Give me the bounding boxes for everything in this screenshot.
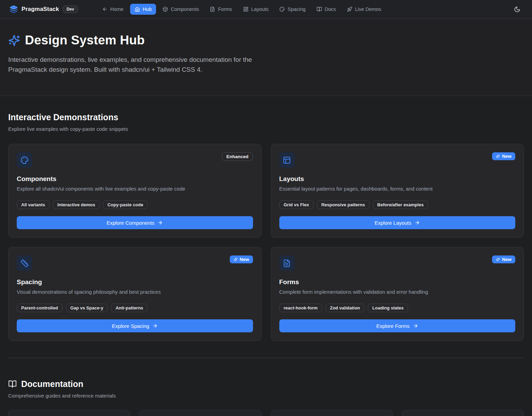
demo-card-header: New <box>279 152 516 168</box>
arrow-right-icon <box>157 220 163 225</box>
demo-card-description: Complete form implementations with valid… <box>279 289 516 295</box>
demo-card-forms: New Forms Complete form implementations … <box>271 247 524 341</box>
page-title-text: Design System Hub <box>25 33 145 47</box>
nav-item-live-demos[interactable]: Live Demos <box>342 4 386 15</box>
book-open-icon <box>8 380 17 388</box>
card-badge-label: New <box>240 257 249 262</box>
arrow-right-icon <box>415 220 420 225</box>
sparkles-icon <box>8 34 20 46</box>
demo-card-tags: All variantsInteractive demosCopy-paste … <box>17 200 253 209</box>
file-text-icon <box>279 255 295 271</box>
nav-item-label: Live Demos <box>355 6 381 12</box>
card-badge: New <box>492 255 515 263</box>
explore-layouts-button[interactable]: Explore Layouts <box>279 216 516 229</box>
doc-card-complete-documentation[interactable]: Complete Documentation Full design syste… <box>139 410 262 416</box>
card-badge: New <box>230 255 253 263</box>
doc-card-quick-reference[interactable]: Quick Reference Cheat sheet for lookups <box>402 410 524 416</box>
explore-button-label: Explore Components <box>107 220 154 226</box>
page-title: Design System Hub <box>8 33 524 47</box>
brand-name: PragmaStack <box>22 6 59 13</box>
demo-card-tags: Parent-controlledGap vs Space-yAnti-patt… <box>17 304 253 312</box>
nav-menu: HomeHubComponentsFormsLayoutsSpacingDocs… <box>98 4 386 15</box>
card-badge-label: New <box>502 154 512 159</box>
tag-loading-states: Loading states <box>368 304 408 312</box>
brand[interactable]: PragmaStack Dev <box>10 5 78 13</box>
tag-react-hook-form: react-hook-form <box>279 304 322 312</box>
nav-item-layouts[interactable]: Layouts <box>239 4 273 15</box>
file-text-icon <box>210 6 215 12</box>
demos-subheading: Explore live examples with copy-paste co… <box>8 126 524 132</box>
doc-card-grid: Quick Start 5-minute crash course Comple… <box>8 410 524 416</box>
rocket-icon <box>347 6 352 12</box>
demo-card-title: Forms <box>279 278 516 286</box>
nav-item-label: Docs <box>325 6 336 12</box>
tag-before-after-examples: Before/after examples <box>373 200 428 209</box>
sparkles-icon <box>496 258 500 262</box>
demo-card-header: Enhanced <box>17 152 253 168</box>
nav-item-label: Components <box>171 6 199 12</box>
explore-button-label: Explore Layouts <box>375 220 411 226</box>
demo-card-title: Layouts <box>279 175 516 183</box>
tag-responsive-patterns: Responsive patterns <box>317 200 369 209</box>
nav-item-home[interactable]: Home <box>98 4 128 15</box>
tag-grid-vs-flex: Grid vs Flex <box>279 200 313 209</box>
explore-button-label: Explore Spacing <box>112 323 149 329</box>
nav-item-label: Hub <box>143 6 152 12</box>
arrow-right-icon <box>413 323 418 329</box>
tag-interactive-demos: Interactive demos <box>53 200 100 209</box>
explore-spacing-button[interactable]: Explore Spacing <box>17 319 253 332</box>
nav-item-forms[interactable]: Forms <box>205 4 236 15</box>
arrow-left-icon <box>102 6 108 12</box>
section-divider <box>8 358 524 358</box>
layout-dashboard-icon <box>243 6 249 12</box>
demo-card-grid: Enhanced Components Explore all shadcn/u… <box>8 144 524 341</box>
package-icon <box>163 6 168 12</box>
documentation-heading: Documentation <box>8 379 524 389</box>
nav-item-label: Forms <box>218 6 232 12</box>
tag-zod-validation: Zod validation <box>325 304 364 312</box>
palette-icon <box>17 152 32 168</box>
demo-card-header: New <box>279 255 516 271</box>
ruler-icon <box>17 255 32 271</box>
documentation-section: Documentation Comprehensive guides and r… <box>8 379 524 416</box>
moon-icon <box>514 6 520 13</box>
demo-card-description: Essential layout patterns for pages, das… <box>279 186 516 192</box>
nav-item-label: Home <box>110 6 124 12</box>
nav-item-components[interactable]: Components <box>158 4 203 15</box>
tag-anti-patterns: Anti-patterns <box>111 304 148 312</box>
demo-card-tags: Grid vs FlexResponsive patternsBefore/af… <box>279 200 516 209</box>
tag-all-variants: All variants <box>17 200 50 209</box>
explore-forms-button[interactable]: Explore Forms <box>279 319 516 332</box>
layers-icon <box>10 5 18 13</box>
nav-item-hub[interactable]: Hub <box>130 4 156 15</box>
palette-icon <box>279 6 285 12</box>
home-icon <box>135 6 140 12</box>
explore-button-label: Explore Forms <box>376 323 410 329</box>
navbar: PragmaStack Dev HomeHubComponentsFormsLa… <box>0 0 532 19</box>
main-content: Interactive Demonstrations Explore live … <box>0 96 532 416</box>
demo-card-title: Components <box>17 175 253 183</box>
card-badge: New <box>492 152 515 160</box>
demo-card-header: New <box>17 255 253 271</box>
demo-card-components: Enhanced Components Explore all shadcn/u… <box>8 144 262 238</box>
explore-components-button[interactable]: Explore Components <box>17 216 253 229</box>
theme-toggle-button[interactable] <box>512 4 522 15</box>
nav-item-label: Layouts <box>251 6 269 12</box>
card-badge: Enhanced <box>222 152 253 161</box>
doc-card-quick-start[interactable]: Quick Start 5-minute crash course <box>8 410 130 416</box>
page-subtitle: Interactive demonstrations, live example… <box>8 55 268 74</box>
nav-item-docs[interactable]: Docs <box>312 4 340 15</box>
nav-item-spacing[interactable]: Spacing <box>275 4 310 15</box>
arrow-right-icon <box>152 323 158 329</box>
documentation-heading-text: Documentation <box>21 379 83 389</box>
demo-card-tags: react-hook-formZod validationLoading sta… <box>279 304 516 312</box>
demo-card-layouts: New Layouts Essential layout patterns fo… <box>271 144 524 238</box>
doc-card-ai-guidelines[interactable]: AI Guidelines Rules for AI code generati… <box>270 410 393 416</box>
documentation-subheading: Comprehensive guides and reference mater… <box>8 393 524 399</box>
sparkles-icon <box>234 258 238 262</box>
tag-parent-controlled: Parent-controlled <box>17 304 62 312</box>
tag-copy-paste-code: Copy-paste code <box>103 200 148 209</box>
book-open-icon <box>317 6 322 12</box>
panels-top-left-icon <box>279 152 295 168</box>
env-badge: Dev <box>63 5 78 13</box>
